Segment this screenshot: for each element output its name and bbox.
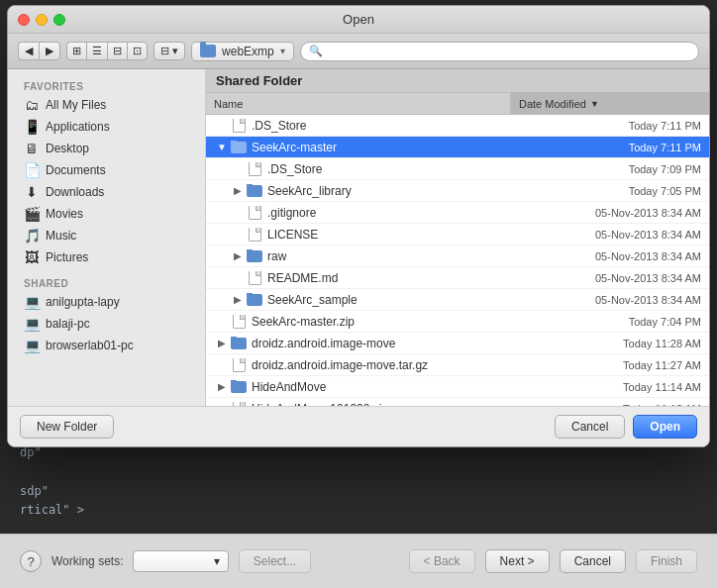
doc-icon xyxy=(230,358,248,372)
sidebar-item-music[interactable]: 🎵 Music xyxy=(8,225,205,246)
new-folder-button[interactable]: New Folder xyxy=(20,415,114,439)
sidebar-item-label: Desktop xyxy=(46,142,89,155)
file-date: Today 7:05 PM xyxy=(511,185,709,197)
file-date: Today 11:13 AM xyxy=(511,403,709,407)
music-icon: 🎵 xyxy=(24,228,40,244)
doc-icon xyxy=(230,315,248,329)
shared-section-label: SHARED xyxy=(8,274,205,291)
view-dropdown-button[interactable]: ⊟ ▾ xyxy=(154,42,185,60)
date-column-header[interactable]: Date Modified ▼ xyxy=(511,93,709,114)
wizard-bar: ? Working sets: ▾ Select... < Back Next … xyxy=(0,534,717,588)
select-button[interactable]: Select... xyxy=(239,549,311,573)
file-date: Today 11:28 AM xyxy=(511,338,709,349)
expand-icon: ▶ xyxy=(214,338,230,348)
file-date: Today 7:11 PM xyxy=(511,120,709,132)
minimize-button[interactable] xyxy=(36,14,48,26)
movies-icon: 🎬 xyxy=(24,206,40,222)
file-date: Today 11:14 AM xyxy=(511,381,709,393)
forward-button[interactable]: ▶ xyxy=(39,42,60,60)
location-dropdown[interactable]: webExmp ▾ xyxy=(191,42,294,61)
sidebar-item-pictures[interactable]: 🖼 Pictures xyxy=(8,246,205,268)
help-button[interactable]: ? xyxy=(20,550,42,572)
nav-buttons: ◀ ▶ xyxy=(18,42,60,60)
table-row[interactable]: LICENSE 05-Nov-2013 8:34 AM xyxy=(206,224,709,245)
expand-icon xyxy=(214,403,230,406)
view-list-button[interactable]: ☰ xyxy=(86,42,107,60)
back-button[interactable]: ◀ xyxy=(18,42,39,60)
doc-icon xyxy=(246,162,263,176)
sidebar-item-desktop[interactable]: 🖥 Desktop xyxy=(8,138,205,159)
title-bar: Open xyxy=(8,6,709,34)
open-button[interactable]: Open xyxy=(633,415,697,439)
dialog-title: Open xyxy=(343,12,374,27)
table-row[interactable]: ▶ droidz.android.image-move Today 11:28 … xyxy=(206,333,709,354)
view-columns-button[interactable]: ⊟ xyxy=(107,42,127,60)
dropdown-arrow-icon: ▾ xyxy=(280,46,285,56)
name-column-header[interactable]: Name xyxy=(206,93,511,114)
main-content: FAVORITES 🗂 All My Files 📱 Applications … xyxy=(8,69,709,406)
sidebar-item-movies[interactable]: 🎬 Movies xyxy=(8,203,205,225)
table-row[interactable]: .gitignore 05-Nov-2013 8:34 AM xyxy=(206,202,709,224)
sidebar-item-anilgupta-lapy[interactable]: 💻 anilgupta-lapy xyxy=(8,291,205,313)
table-row[interactable]: ▶ HideAndMove Today 11:14 AM xyxy=(206,376,709,398)
file-name: SeekArc_library xyxy=(267,184,352,198)
table-row[interactable]: HideAndMove-101220.zip Today 11:13 AM xyxy=(206,398,709,406)
doc-icon xyxy=(230,402,248,407)
next-wizard-button[interactable]: Next > xyxy=(485,549,550,573)
working-sets-dropdown[interactable]: ▾ xyxy=(133,550,228,572)
cancel-button[interactable]: Cancel xyxy=(555,415,625,439)
folder-icon xyxy=(246,184,263,198)
folder-icon xyxy=(246,249,263,263)
sidebar-item-all-my-files[interactable]: 🗂 All My Files xyxy=(8,94,205,116)
sidebar-item-documents[interactable]: 📄 Documents xyxy=(8,159,205,181)
file-name: droidz.android.image-move.tar.gz xyxy=(252,358,428,372)
sidebar-item-label: All My Files xyxy=(46,98,106,112)
table-row[interactable]: .DS_Store Today 7:11 PM xyxy=(206,115,709,137)
toolbar: ◀ ▶ ⊞ ☰ ⊟ ⊡ ⊟ ▾ webExmp ▾ 🔍 xyxy=(8,34,709,69)
file-name: LICENSE xyxy=(267,228,318,242)
file-name: raw xyxy=(267,249,286,263)
expand-icon xyxy=(230,163,246,174)
search-input[interactable] xyxy=(327,45,690,58)
table-row[interactable]: ▶ SeekArc_sample 05-Nov-2013 8:34 AM xyxy=(206,289,709,311)
expand-icon xyxy=(214,120,230,131)
file-list-header: Name Date Modified ▼ xyxy=(206,93,709,115)
table-row[interactable]: .DS_Store Today 7:09 PM xyxy=(206,158,709,180)
working-sets-label: Working sets: xyxy=(51,554,123,568)
table-row[interactable]: ▶ raw 05-Nov-2013 8:34 AM xyxy=(206,245,709,267)
cancel-wizard-button[interactable]: Cancel xyxy=(560,549,626,573)
sidebar-item-downloads[interactable]: ⬇ Downloads xyxy=(8,181,205,203)
open-file-dialog: Open ◀ ▶ ⊞ ☰ ⊟ ⊡ ⊟ ▾ webExmp ▾ 🔍 FAVORIT… xyxy=(7,5,710,447)
sidebar-item-label: browserlab01-pc xyxy=(46,339,134,352)
view-icons-button[interactable]: ⊞ xyxy=(66,42,86,60)
table-row[interactable]: SeekArc-master.zip Today 7:04 PM xyxy=(206,311,709,333)
code-line xyxy=(20,463,697,482)
file-name: README.md xyxy=(267,271,338,285)
maximize-button[interactable] xyxy=(53,14,65,26)
back-wizard-button[interactable]: < Back xyxy=(409,549,475,573)
folder-icon xyxy=(200,45,216,57)
expand-icon: ▼ xyxy=(214,142,230,152)
expand-icon xyxy=(214,359,230,370)
computer-icon: 💻 xyxy=(24,316,40,332)
file-name: SeekArc_sample xyxy=(267,293,358,307)
view-cover-button[interactable]: ⊡ xyxy=(127,42,148,60)
sidebar-item-browserlab01-pc[interactable]: 💻 browserlab01-pc xyxy=(8,335,205,356)
table-row[interactable]: droidz.android.image-move.tar.gz Today 1… xyxy=(206,354,709,376)
table-row[interactable]: README.md 05-Nov-2013 8:34 AM xyxy=(206,267,709,289)
shared-folder-header: Shared Folder xyxy=(206,69,709,93)
downloads-icon: ⬇ xyxy=(24,184,40,200)
table-row[interactable]: ▶ SeekArc_library Today 7:05 PM xyxy=(206,180,709,202)
sidebar-item-applications[interactable]: 📱 Applications xyxy=(8,116,205,138)
file-name: SeekArc-master xyxy=(252,141,337,154)
sidebar-item-balaji-pc[interactable]: 💻 balaji-pc xyxy=(8,313,205,335)
search-box[interactable]: 🔍 xyxy=(300,42,699,61)
finish-wizard-button[interactable]: Finish xyxy=(636,549,697,573)
expand-icon: ▶ xyxy=(230,250,246,261)
file-name: .DS_Store xyxy=(252,119,306,133)
close-button[interactable] xyxy=(18,14,30,26)
expand-icon xyxy=(230,207,246,218)
file-date: Today 7:11 PM xyxy=(511,142,709,153)
table-row[interactable]: ▼ SeekArc-master Today 7:11 PM xyxy=(206,137,709,158)
file-name: SeekArc-master.zip xyxy=(252,315,355,329)
